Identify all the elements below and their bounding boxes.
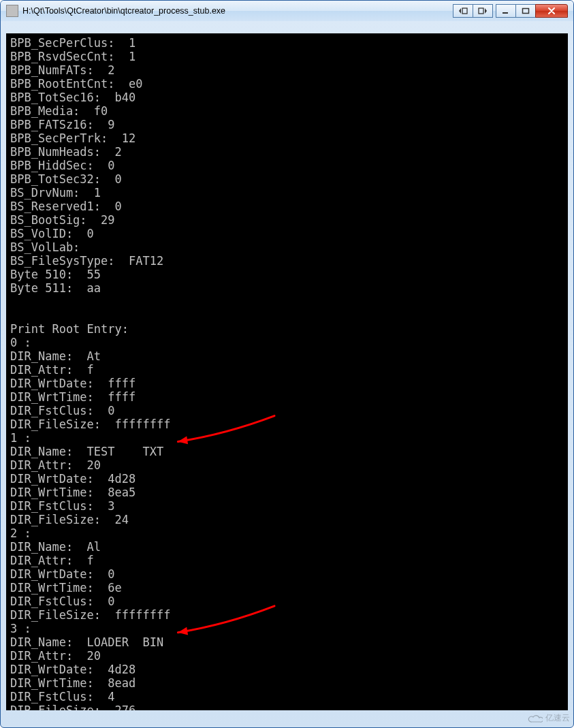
svg-rect-3	[523, 8, 529, 13]
window-controls	[453, 5, 571, 18]
next-monitor-button[interactable]	[473, 4, 493, 18]
console-line: DIR_Attr: 20	[10, 649, 101, 663]
console-line: BPB_NumFATs: 2	[10, 63, 115, 77]
console-line: BPB_FATSz16: 9	[10, 118, 115, 131]
console-line: DIR_Name: Al	[10, 540, 101, 554]
console-output[interactable]: BPB_SecPerClus: 1 BPB_RsvdSecCnt: 1 BPB_…	[6, 33, 568, 710]
console-line: DIR_FstClus: 3	[10, 499, 115, 513]
svg-rect-2	[503, 12, 508, 14]
console-line: BPB_RsvdSecCnt: 1	[10, 50, 135, 63]
app-icon	[6, 5, 18, 17]
console-line: DIR_WrtDate: ffff	[10, 377, 135, 390]
console-line: DIR_FileSize: 24	[10, 513, 129, 526]
console-line: BPB_SecPerTrk: 12	[10, 131, 135, 145]
maximize-button[interactable]	[515, 4, 536, 18]
console-line: BPB_RootEntCnt: e0	[10, 77, 142, 91]
console-line: BS_VolID: 0	[10, 227, 94, 240]
console-line: Byte 511: aa	[10, 281, 101, 295]
console-line: BPB_HiddSec: 0	[10, 159, 115, 172]
console-line: DIR_FstClus: 0	[10, 595, 115, 608]
console-line: DIR_Attr: 20	[10, 458, 101, 472]
console-line: Print Root Entry:	[10, 322, 129, 336]
svg-rect-1	[479, 8, 483, 14]
primary-controls	[496, 5, 568, 18]
console-line: BPB_NumHeads: 2	[10, 145, 122, 159]
console-line: DIR_FstClus: 4	[10, 690, 115, 703]
console-line: BS_BootSig: 29	[10, 213, 115, 227]
console-line: BPB_SecPerClus: 1	[10, 36, 135, 50]
console-line: DIR_WrtTime: ffff	[10, 390, 135, 404]
console-line: 2 :	[10, 526, 31, 540]
console-line: DIR_Attr: f	[10, 363, 94, 377]
console-line: DIR_FileSize: ffffffff	[10, 608, 170, 622]
console-line: DIR_WrtDate: 4d28	[10, 663, 135, 676]
window-frame: H:\Qt\Tools\QtCreator\bin\qtcreator_proc…	[0, 0, 574, 728]
console-line: DIR_FileSize: ffffffff	[10, 417, 170, 431]
console-line: DIR_WrtDate: 4d28	[10, 472, 135, 486]
console-line: 0 :	[10, 336, 31, 349]
console-line: BPB_TotSec16: b40	[10, 91, 135, 104]
console-line: DIR_WrtTime: 6e	[10, 581, 122, 595]
titlebar[interactable]: H:\Qt\Tools\QtCreator\bin\qtcreator_proc…	[1, 1, 573, 21]
prev-monitor-button[interactable]	[453, 4, 473, 18]
console-line: DIR_WrtDate: 0	[10, 567, 115, 581]
console-line: BS_DrvNum: 1	[10, 186, 101, 200]
console-line: 3 :	[10, 622, 31, 635]
secondary-controls	[453, 5, 493, 18]
svg-rect-0	[462, 8, 467, 14]
console-line: BS_FileSysType: FAT12	[10, 254, 163, 268]
console-line: DIR_Name: At	[10, 349, 101, 363]
console-line: DIR_Name: TEST TXT	[10, 445, 163, 458]
console-line: DIR_WrtTime: 8ea5	[10, 486, 135, 499]
console-line: DIR_FstClus: 0	[10, 404, 115, 417]
console-line: DIR_Name: LOADER BIN	[10, 635, 163, 649]
console-line: DIR_Attr: f	[10, 554, 94, 567]
console-line: BPB_Media: f0	[10, 104, 108, 118]
close-button[interactable]	[535, 4, 568, 18]
console-line: BPB_TotSec32: 0	[10, 172, 122, 186]
console-line: Byte 510: 55	[10, 268, 101, 281]
console-line: BS_Reserved1: 0	[10, 200, 122, 213]
console-line: DIR_WrtTime: 8ead	[10, 676, 135, 690]
minimize-button[interactable]	[496, 4, 516, 18]
console-line: 1 :	[10, 431, 31, 445]
console-line: DIR_FileSize: 276	[10, 703, 135, 710]
console-line: BS_VolLab:	[10, 240, 94, 254]
window-title: H:\Qt\Tools\QtCreator\bin\qtcreator_proc…	[22, 6, 453, 16]
